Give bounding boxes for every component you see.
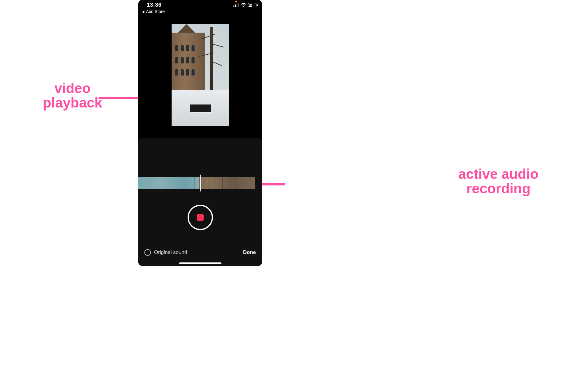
cell-signal-icon [234, 3, 239, 7]
svg-rect-7 [237, 4, 237, 7]
timeline-filmstrip [138, 177, 255, 189]
done-button[interactable]: Done [243, 249, 256, 255]
svg-rect-6 [235, 5, 236, 7]
annotated-screenshot: video playback active audio recording 13… [0, 0, 580, 392]
wifi-icon [241, 3, 246, 7]
home-indicator[interactable] [179, 262, 221, 264]
battery-icon: 52 [248, 3, 258, 7]
svg-point-9 [243, 6, 244, 7]
phone-frame: 13:36 App Store 52 [138, 0, 262, 266]
video-preview-area[interactable] [138, 13, 262, 137]
playhead[interactable] [200, 175, 201, 191]
mic-indicator-dot [235, 1, 237, 2]
status-icons: 52 [234, 3, 258, 7]
radio-unchecked-icon [144, 249, 151, 256]
timeline[interactable] [138, 175, 262, 191]
annotation-audio-recording: active audio recording [441, 167, 556, 196]
status-bar: 13:36 App Store 52 [138, 0, 262, 13]
record-stop-button[interactable] [188, 205, 213, 230]
status-time: 13:36 [147, 2, 162, 8]
voiceover-panel: Original sound Done [138, 138, 262, 266]
recorded-region [138, 177, 199, 189]
stop-recording-icon [197, 214, 204, 221]
svg-rect-5 [234, 5, 234, 7]
original-sound-toggle[interactable]: Original sound [144, 249, 187, 256]
svg-rect-8 [238, 3, 239, 7]
video-playback-frame [172, 24, 229, 126]
original-sound-label: Original sound [154, 249, 187, 255]
